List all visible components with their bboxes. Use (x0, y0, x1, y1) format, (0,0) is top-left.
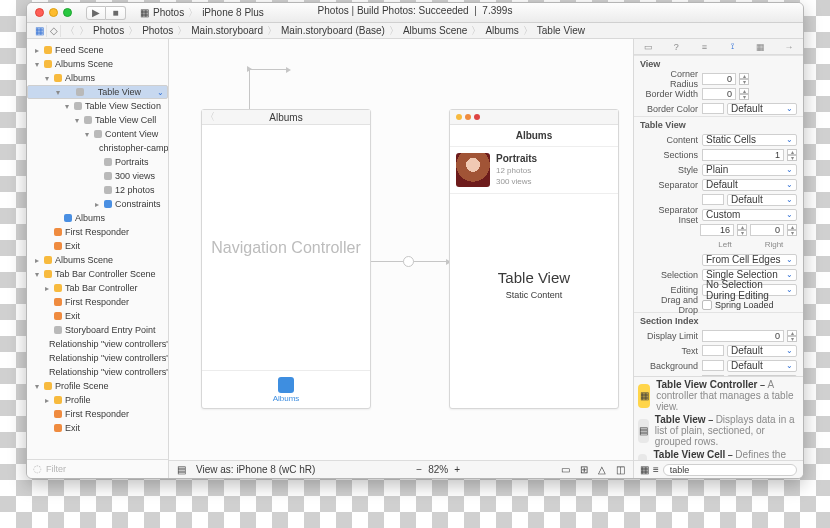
symbol-nav-icon[interactable]: ◇ (47, 25, 61, 37)
imgview[interactable]: christopher-campb… (27, 141, 168, 155)
first-responder[interactable]: First Responder (27, 295, 168, 309)
scene-albums2[interactable]: ▸Albums Scene (27, 253, 168, 267)
table-view-scene[interactable]: Albums Portraits 12 photos 300 views Tab… (449, 109, 619, 409)
color-swatch[interactable] (702, 194, 724, 205)
segue[interactable]: Relationship "view controllers" to "F… (27, 337, 168, 351)
scheme-selector[interactable]: ▦ Photos 〉 iPhone 8 Plus (140, 6, 264, 20)
first-responder[interactable]: First Responder (27, 225, 168, 239)
stop-button[interactable]: ■ (106, 6, 126, 20)
segue[interactable]: Relationship "view controllers" to "P… (27, 351, 168, 365)
crumb[interactable]: Main.storyboard (Base) (281, 25, 385, 36)
inset-right-field[interactable]: 0 (750, 224, 784, 236)
lib-item[interactable]: ▦Table View Controller – A controller th… (638, 379, 799, 412)
crumb[interactable]: Albums Scene (403, 25, 467, 36)
project-nav-icon[interactable]: ▦ (33, 25, 47, 37)
tv-cell[interactable]: ▾Table View Cell (27, 113, 168, 127)
scene-tabbar[interactable]: ▾Tab Bar Controller Scene (27, 267, 168, 281)
vc-profile[interactable]: ▸Profile (27, 393, 168, 407)
zoom-in-button[interactable]: + (454, 464, 460, 475)
color-swatch[interactable] (702, 360, 724, 371)
grid-icon[interactable]: ▦ (640, 464, 649, 475)
view-as[interactable]: View as: iPhone 8 (wC hR) (196, 464, 315, 475)
run-button[interactable]: ▶ (86, 6, 106, 20)
inset-from-select[interactable]: From Cell Edges (702, 254, 797, 266)
crumb[interactable]: Main.storyboard (191, 25, 263, 36)
scene-feed[interactable]: ▸Feed Scene (27, 43, 168, 57)
zoom-out-button[interactable]: − (416, 464, 422, 475)
scene-profile[interactable]: ▾Profile Scene (27, 379, 168, 393)
zoom-icon[interactable] (63, 8, 72, 17)
corner-radius-field[interactable]: 0 (702, 73, 736, 85)
zoom-value[interactable]: 82% (428, 464, 448, 475)
resolve-icon[interactable]: △ (598, 464, 606, 475)
scene-albums[interactable]: ▾Albums Scene (27, 57, 168, 71)
outline-tree[interactable]: ▸Feed Scene ▾Albums Scene ▾Albums ▾Table… (27, 43, 168, 435)
outline-toggle-icon[interactable]: ▤ (177, 464, 186, 475)
minimize-icon[interactable] (49, 8, 58, 17)
navitem-albums[interactable]: Albums (27, 211, 168, 225)
spring-loaded-check[interactable] (702, 300, 712, 310)
bg-color-select[interactable]: Default (727, 360, 797, 372)
inspector-tabs[interactable]: ▭ ? ≡ ⟟ ▦ → (634, 39, 803, 55)
tv-section[interactable]: ▾Table View Section (27, 99, 168, 113)
align-icon[interactable]: ▭ (561, 464, 570, 475)
stepper[interactable]: ▴▾ (739, 73, 749, 85)
help-tab-icon[interactable]: ? (662, 39, 690, 54)
editing-select[interactable]: No Selection During Editing (702, 284, 797, 296)
filter-input[interactable] (46, 464, 163, 474)
inset-select[interactable]: Custom (702, 209, 797, 221)
lib-item[interactable]: ▤Table View – Displays data in a list of… (638, 414, 799, 447)
first-responder[interactable]: First Responder (27, 407, 168, 421)
file-tab-icon[interactable]: ▭ (634, 39, 662, 54)
stepper[interactable]: ▴▾ (739, 88, 749, 100)
color-swatch[interactable] (702, 103, 724, 114)
border-color-select[interactable]: Default (727, 103, 797, 115)
size-tab-icon[interactable]: ▦ (747, 39, 775, 54)
navigator-tabs[interactable]: ▦ ◇ (33, 25, 61, 37)
library-filter-input[interactable] (663, 464, 797, 476)
border-width-field[interactable]: 0 (702, 88, 736, 100)
close-icon[interactable] (35, 8, 44, 17)
attributes-tab-icon[interactable]: ⟟ (719, 39, 747, 54)
table-cell[interactable]: Portraits 12 photos 300 views (450, 147, 618, 194)
label-photos[interactable]: 12 photos (27, 183, 168, 197)
list-icon[interactable]: ≡ (653, 464, 659, 475)
vc-albums[interactable]: ▾Albums (27, 71, 168, 85)
crumb[interactable]: Albums (485, 25, 518, 36)
embed-icon[interactable]: ◫ (616, 464, 625, 475)
fwd-button[interactable]: 〉 (79, 24, 89, 38)
stepper[interactable]: ▴▾ (787, 149, 797, 161)
content-select[interactable]: Static Cells (702, 134, 797, 146)
segue[interactable]: Relationship "view controllers" to "A… (27, 365, 168, 379)
crumb[interactable]: Photos (142, 25, 173, 36)
nav-controller-scene[interactable]: 〈Albums Navigation Controller Albums (201, 109, 371, 409)
identity-tab-icon[interactable]: ≡ (690, 39, 718, 54)
ib-canvas[interactable]: 〈Albums Navigation Controller Albums Alb… (169, 39, 633, 478)
crumb[interactable]: Table View (537, 25, 585, 36)
crumb[interactable]: Photos (93, 25, 124, 36)
tabbar-ctrl[interactable]: ▸Tab Bar Controller (27, 281, 168, 295)
sections-field[interactable]: 1 (702, 149, 784, 161)
constraints[interactable]: ▸Constraints (27, 197, 168, 211)
filter-icon[interactable]: ◌ (33, 463, 42, 474)
text-color-select[interactable]: Default (727, 345, 797, 357)
exit[interactable]: Exit (27, 309, 168, 323)
exit[interactable]: Exit (27, 421, 168, 435)
entry-point[interactable]: Storyboard Entry Point (27, 323, 168, 337)
content-view[interactable]: ▾Content View (27, 127, 168, 141)
label-portraits[interactable]: Portraits (27, 155, 168, 169)
separator-color-select[interactable]: Default (727, 194, 797, 206)
separator-select[interactable]: Default (702, 179, 797, 191)
color-swatch[interactable] (702, 345, 724, 356)
back-button[interactable]: 〈 (65, 24, 75, 38)
exit[interactable]: Exit (27, 239, 168, 253)
table-view[interactable]: ▾Table View (27, 85, 168, 99)
style-select[interactable]: Plain (702, 164, 797, 176)
connections-tab-icon[interactable]: → (775, 39, 803, 54)
lib-item[interactable]: ▭Table View Cell – Defines the attribute… (638, 449, 799, 460)
inset-left-field[interactable]: 16 (700, 224, 734, 236)
display-limit-field[interactable]: 0 (702, 330, 784, 342)
pin-icon[interactable]: ⊞ (580, 464, 588, 475)
label-views[interactable]: 300 views (27, 169, 168, 183)
segue-icon[interactable] (403, 256, 414, 267)
